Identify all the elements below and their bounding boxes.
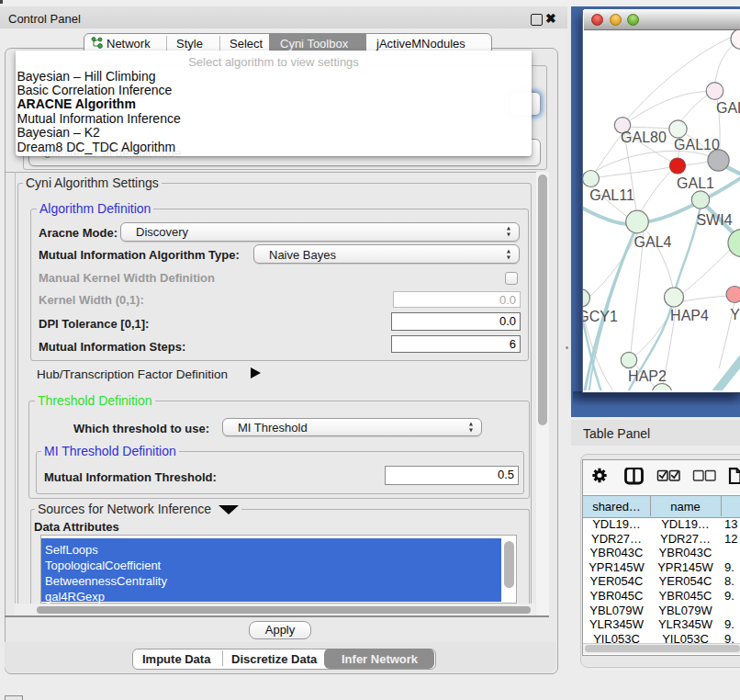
svg-text:HAP2: HAP2 (628, 368, 667, 384)
svg-text:GAL4: GAL4 (634, 233, 672, 249)
svg-text:GAL11: GAL11 (589, 186, 634, 202)
svg-text:GAL1: GAL1 (677, 175, 714, 190)
svg-text:HAP4: HAP4 (670, 307, 709, 322)
svg-text:Y: Y (730, 307, 740, 322)
svg-text:GAL10: GAL10 (674, 137, 720, 152)
svg-text:SWI4: SWI4 (696, 212, 732, 228)
svg-text:GAL80: GAL80 (621, 130, 667, 145)
svg-text:GCY1: GCY1 (583, 308, 618, 323)
svg-text:GAL7: GAL7 (716, 100, 740, 116)
